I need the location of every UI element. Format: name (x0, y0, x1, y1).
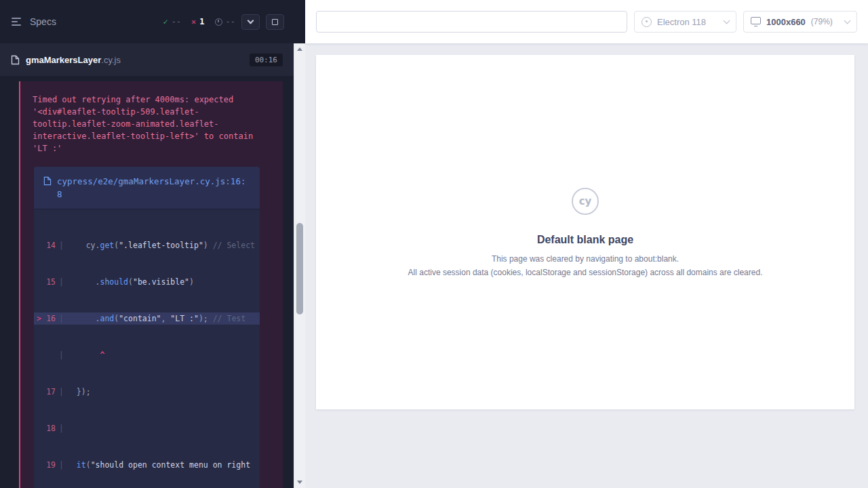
collapse-all-button[interactable] (241, 14, 260, 30)
stat-failed: ✕ 1 (191, 17, 204, 26)
file-icon (43, 176, 52, 186)
test-stats: ✓ -- ✕ 1 -- (163, 17, 235, 26)
reporter-sidebar: Specs ✓ -- ✕ 1 -- (0, 0, 294, 488)
vertical-scrollbar-thumb[interactable] (296, 223, 303, 314)
aut-toolbar: Electron 118 1000x660 (79%) (305, 0, 868, 43)
vertical-scrollbar-track[interactable] (294, 43, 305, 488)
viewport-scale: (79%) (811, 17, 833, 26)
code-line: 17| }); (34, 386, 260, 398)
blank-page-description: All active session data (cookies, localS… (408, 268, 763, 277)
aut-pane: Electron 118 1000x660 (79%) cy Default b… (305, 0, 868, 488)
reporter-scroll-area: Timed out retrying after 4000ms: expecte… (0, 76, 294, 488)
cypress-app: Specs ✓ -- ✕ 1 -- (0, 0, 868, 488)
stop-tests-button[interactable] (266, 14, 284, 30)
chevron-down-icon (724, 18, 730, 24)
aut-iframe: cy Default blank page This page was clea… (316, 55, 854, 409)
clock-icon (215, 18, 222, 26)
stop-icon (272, 19, 278, 25)
reporter-header: Specs ✓ -- ✕ 1 -- (0, 0, 294, 43)
specs-title: Specs (30, 16, 56, 27)
chevron-down-icon (248, 18, 254, 24)
error-message: Timed out retrying after 4000ms: expecte… (20, 81, 283, 164)
cypress-logo: cy (572, 188, 599, 215)
code-line-highlighted: >16| .and("contain", "LT :"); // Test (34, 312, 260, 325)
viewport-selector[interactable]: 1000x660 (79%) (743, 11, 857, 33)
code-frame-file-link[interactable]: cypress/e2e/gmaMarkersLayer.cy.js:16:8 (34, 167, 260, 209)
specs-list-toggle-icon[interactable] (9, 16, 23, 27)
stat-passed: ✓ -- (163, 17, 181, 26)
code-line: 15| .should("be.visible") (34, 276, 260, 288)
scroll-up-icon[interactable] (297, 47, 302, 51)
code-line: 18| (34, 422, 260, 434)
code-frame-lines: 14| cy.get(".leaflet-tooltip") // Select… (34, 209, 260, 488)
spec-header[interactable]: gmaMarkersLayer.cy.js 00:16 (0, 43, 294, 76)
electron-browser-icon (642, 17, 652, 27)
url-input[interactable] (316, 11, 627, 33)
file-icon (11, 55, 20, 65)
error-code-frame: cypress/e2e/gmaMarkersLayer.cy.js:16:8 1… (34, 167, 260, 488)
viewport-size: 1000x660 (766, 17, 806, 27)
browser-selector[interactable]: Electron 118 (634, 11, 736, 33)
check-icon: ✓ (163, 17, 167, 26)
code-caret-line: | ^ (34, 349, 260, 361)
cross-icon: ✕ (191, 17, 196, 26)
stat-pending: -- (215, 17, 235, 26)
spec-duration: 00:16 (250, 54, 283, 66)
code-line: 14| cy.get(".leaflet-tooltip") // Select (34, 239, 260, 251)
blank-page-title: Default blank page (537, 234, 633, 246)
blank-page-description: This page was cleared by navigating to a… (492, 254, 679, 264)
scroll-down-icon[interactable] (297, 481, 302, 484)
reporter-scrollbar-column (294, 0, 305, 488)
failed-attempt-panel: Timed out retrying after 4000ms: expecte… (19, 81, 283, 488)
code-line: 19| it("should open context menu on righ… (34, 459, 260, 471)
viewport-monitor-icon (751, 17, 761, 24)
spec-name: gmaMarkersLayer.cy.js (26, 55, 121, 65)
chevron-down-icon (844, 18, 851, 24)
